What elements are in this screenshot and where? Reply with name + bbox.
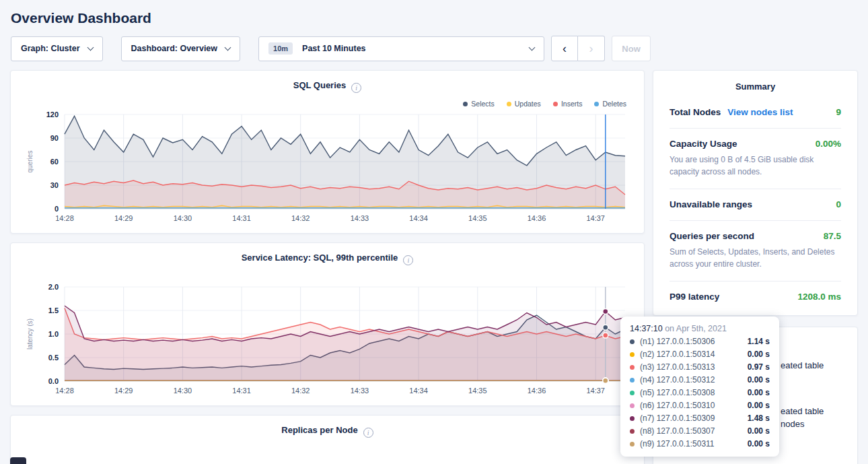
tooltip-row: (n5) 127.0.0.1:503080.00 s: [630, 388, 770, 397]
toolbar: Graph: Cluster Dashboard: Overview 10m P…: [0, 26, 868, 61]
tooltip-time: 14:37:10: [630, 324, 663, 333]
y-tick-label: 0.0: [48, 377, 59, 385]
node-color-dot: [630, 442, 635, 446]
time-range-label: Past 10 Minutes: [302, 44, 365, 53]
legend-item-inserts[interactable]: Inserts: [553, 100, 583, 108]
sql-queries-chart[interactable]: 030609012014:2814:2914:3014:3114:3214:33…: [23, 109, 632, 228]
x-tick-label: 14:32: [291, 387, 310, 395]
x-tick-label: 14:34: [409, 214, 428, 222]
x-tick-label: 14:29: [114, 214, 133, 222]
tooltip-row: (n2) 127.0.0.1:503140.00 s: [630, 350, 770, 359]
summary-row-total-nodes: Total Nodes View nodes list 9: [670, 97, 841, 129]
dashboard-dropdown[interactable]: Dashboard: Overview: [121, 36, 241, 61]
y-tick-label: 1.0: [48, 330, 59, 338]
hover-dot-n1: [603, 325, 608, 330]
event-text: eated table: [781, 360, 841, 372]
info-icon[interactable]: i: [363, 428, 373, 438]
node-latency-value: 0.97 s: [748, 362, 770, 372]
legend-item-deletes[interactable]: Deletes: [594, 100, 626, 108]
node-color-dot: [630, 339, 635, 344]
x-tick-label: 14:37: [586, 387, 605, 395]
chart-hover-tooltip: 14:37:10 on Apr 5th, 2021 (n1) 127.0.0.1…: [620, 317, 779, 457]
summary-row-qps: Queries per second 87.5 Sum of Selects, …: [670, 221, 841, 281]
y-tick-label: 1.5: [48, 306, 59, 314]
x-tick-label: 14:36: [528, 214, 546, 222]
x-tick-label: 14:35: [468, 214, 487, 222]
p99-value: 1208.0 ms: [797, 292, 841, 302]
view-nodes-list-link[interactable]: View nodes list: [727, 107, 793, 117]
hover-dot-n9: [603, 378, 608, 383]
event-text: nodes: [781, 418, 841, 431]
total-nodes-label: Total Nodes: [670, 107, 721, 117]
y-axis-unit-label: queries: [26, 151, 34, 173]
x-tick-label: 14:33: [351, 387, 369, 395]
sql-queries-panel: SQL Queriesi SelectsUpdatesInsertsDelete…: [10, 70, 645, 234]
tooltip-row: (n7) 127.0.0.1:503091.48 s: [630, 413, 770, 423]
graph-dropdown[interactable]: Graph: Cluster: [11, 36, 103, 61]
y-tick-label: 0: [55, 205, 59, 213]
y-tick-label: 90: [50, 134, 59, 142]
capacity-description: You are using 0 B of 4.5 GiB usable disk…: [670, 154, 841, 178]
x-tick-label: 14:30: [174, 387, 192, 395]
service-latency-chart[interactable]: 0.00.51.01.52.014:2814:2914:3014:3114:32…: [23, 281, 632, 400]
corner-widget[interactable]: [10, 457, 26, 464]
node-latency-value: 0.00 s: [748, 426, 770, 436]
hover-dot-n7: [603, 308, 608, 314]
node-address: (n3) 127.0.0.1:50313: [640, 362, 742, 372]
sql-queries-title-row: SQL Queriesi: [23, 80, 632, 93]
node-address: (n8) 127.0.0.1:50307: [640, 426, 742, 436]
node-color-dot: [630, 403, 635, 408]
legend-item-updates[interactable]: Updates: [507, 100, 541, 108]
sql-queries-legend: SelectsUpdatesInsertsDeletes: [23, 100, 626, 108]
summary-panel: Summary Total Nodes View nodes list 9 Ca…: [653, 70, 858, 316]
y-tick-label: 2.0: [48, 283, 59, 291]
x-tick-label: 14:28: [55, 214, 74, 222]
node-address: (n1) 127.0.0.1:50306: [640, 337, 742, 346]
time-range-dropdown[interactable]: 10m Past 10 Minutes: [258, 36, 544, 61]
legend-dot: [463, 102, 468, 106]
dashboard-dropdown-label: Dashboard: Overview: [131, 44, 218, 53]
chevron-down-icon: [87, 44, 94, 51]
summary-row-unavailable-ranges: Unavailable ranges 0: [670, 189, 841, 221]
node-address: (n4) 127.0.0.1:50312: [640, 375, 742, 385]
node-latency-value: 1.14 s: [748, 337, 770, 346]
tooltip-timestamp: 14:37:10 on Apr 5th, 2021: [630, 324, 770, 333]
node-latency-value: 0.00 s: [748, 375, 770, 385]
prev-time-button[interactable]: ‹: [551, 36, 578, 61]
x-tick-label: 14:36: [528, 387, 546, 395]
page-header: Overview Dashboard: [0, 0, 868, 26]
chevron-down-icon: [529, 44, 536, 51]
replicas-per-node-panel: Replicas per Nodei: [10, 415, 645, 464]
node-address: (n2) 127.0.0.1:50314: [640, 350, 742, 359]
y-tick-label: 120: [46, 110, 59, 119]
tooltip-row: (n8) 127.0.0.1:503070.00 s: [630, 426, 770, 436]
service-latency-panel: Service Latency: SQL, 99th percentilei 0…: [10, 242, 645, 406]
node-address: (n5) 127.0.0.1:50308: [640, 388, 742, 397]
tooltip-date: on Apr 5th, 2021: [665, 324, 727, 333]
capacity-value: 0.00%: [816, 139, 841, 149]
y-axis-unit-label: latency (s): [26, 319, 34, 350]
hover-dot-n3: [603, 333, 608, 338]
info-icon[interactable]: i: [403, 255, 413, 265]
graph-dropdown-label: Graph: Cluster: [21, 44, 80, 53]
page-title: Overview Dashboard: [11, 10, 857, 26]
x-tick-label: 14:35: [468, 387, 487, 395]
overview-dashboard-page: Overview Dashboard Graph: Cluster Dashbo…: [0, 0, 868, 464]
x-tick-label: 14:32: [291, 214, 310, 222]
x-tick-label: 14:31: [232, 387, 251, 395]
info-icon[interactable]: i: [351, 83, 361, 93]
tooltip-row: (n4) 127.0.0.1:503120.00 s: [630, 375, 770, 385]
legend-label: Selects: [471, 100, 494, 108]
legend-item-selects[interactable]: Selects: [463, 100, 494, 108]
x-tick-label: 14:30: [174, 214, 192, 222]
chart-title: SQL Queries: [293, 80, 347, 90]
tooltip-row: (n1) 127.0.0.1:503061.14 s: [630, 337, 770, 346]
x-tick-label: 14:28: [55, 387, 74, 395]
node-color-dot: [630, 391, 635, 395]
y-tick-label: 0.5: [48, 354, 59, 362]
legend-label: Deletes: [602, 100, 626, 108]
node-latency-value: 0.00 s: [748, 401, 770, 410]
time-range-badge: 10m: [268, 42, 293, 55]
node-address: (n6) 127.0.0.1:50310: [640, 401, 742, 410]
legend-dot: [594, 102, 599, 106]
